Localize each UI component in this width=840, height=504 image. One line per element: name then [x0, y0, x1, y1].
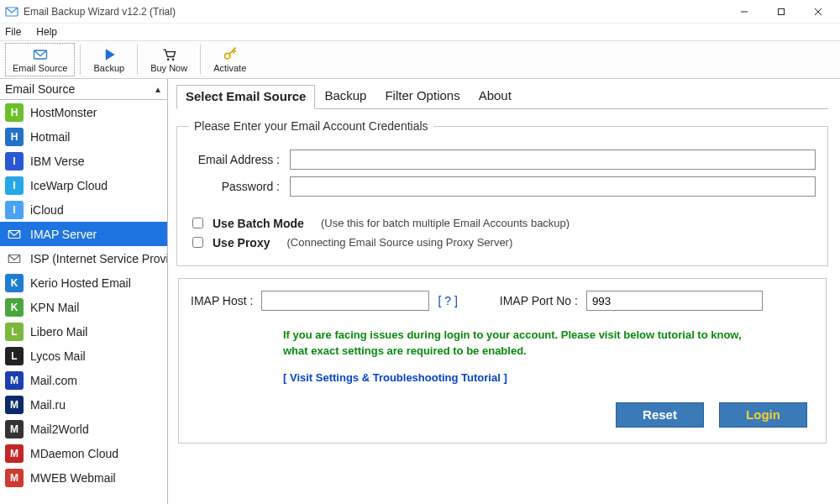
source-icon: M	[5, 469, 24, 487]
sidebar-item-label: Mail.com	[30, 374, 77, 387]
play-icon	[101, 46, 118, 63]
minimize-button[interactable]	[726, 0, 763, 24]
sidebar-item[interactable]: ISP (Internet Service Provider)	[0, 246, 167, 270]
sidebar-item[interactable]: IiCloud	[0, 197, 167, 222]
credentials-group: Please Enter your Email Account Credenti…	[176, 119, 828, 266]
source-icon: L	[5, 347, 24, 365]
menu-help[interactable]: Help	[36, 26, 57, 38]
source-icon: L	[5, 323, 24, 341]
app-icon	[5, 5, 18, 18]
source-icon: K	[5, 298, 24, 317]
main-panel: Select Email SourceBackupFilter OptionsA…	[168, 79, 840, 504]
sidebar-header: Email Source ▲	[0, 79, 167, 100]
sidebar-item-label: KPN Mail	[30, 301, 79, 314]
sidebar: Email Source ▲ HHostMonsterHHotmailIIBM …	[0, 79, 168, 504]
svg-rect-2	[779, 8, 785, 14]
toolbar-separator	[137, 45, 138, 75]
sidebar-item-label: HostMonster	[30, 106, 97, 119]
imap-port-label: IMAP Port No :	[500, 294, 578, 307]
sidebar-item[interactable]: MMail.com	[0, 368, 167, 392]
key-icon	[222, 46, 239, 63]
proxy-checkbox[interactable]	[192, 237, 203, 248]
source-icon: M	[5, 396, 24, 414]
batch-mode-hint: (Use this for batch multiple Email Accou…	[321, 217, 570, 229]
batch-mode-checkbox[interactable]	[192, 218, 203, 228]
maximize-button[interactable]	[763, 0, 800, 24]
imap-group: IMAP Host : [ ? ] IMAP Port No : If you …	[178, 278, 827, 444]
source-icon: M	[5, 420, 24, 438]
sidebar-item[interactable]: LLibero Mail	[0, 319, 167, 344]
sidebar-item[interactable]: IIceWarp Cloud	[0, 173, 167, 197]
svg-point-6	[167, 59, 170, 61]
toolbar-activate-label: Activate	[213, 63, 246, 73]
sidebar-item[interactable]: LLycos Mail	[0, 344, 167, 368]
menu-bar: File Help	[0, 24, 840, 40]
source-icon: I	[5, 176, 24, 195]
sidebar-item-label: MDaemon Cloud	[30, 447, 118, 460]
toolbar-email-source[interactable]: Email Source	[5, 43, 75, 76]
tutorial-link[interactable]: [ Visit Settings & Troubleshooting Tutor…	[283, 371, 507, 384]
cart-icon	[160, 46, 177, 63]
toolbar-buy-now-label: Buy Now	[150, 63, 187, 73]
toolbar-separator	[200, 45, 201, 75]
proxy-hint: (Connecting Email Source using Proxy Ser…	[286, 236, 512, 249]
source-icon: I	[5, 152, 24, 171]
close-button[interactable]	[800, 0, 837, 24]
batch-mode-label: Use Batch Mode	[213, 217, 304, 230]
sidebar-item-label: IMAP Server	[30, 228, 97, 241]
credentials-legend: Please Enter your Email Account Credenti…	[189, 119, 433, 133]
proxy-label: Use Proxy	[213, 236, 270, 249]
sidebar-item[interactable]: KKerio Hosted Email	[0, 270, 167, 295]
sidebar-item-label: Kerio Hosted Email	[30, 276, 131, 290]
svg-point-7	[172, 59, 175, 61]
tab[interactable]: About	[470, 84, 521, 108]
imap-host-label: IMAP Host :	[191, 294, 253, 307]
sidebar-item-label: Libero Mail	[30, 325, 87, 339]
source-icon: M	[5, 371, 24, 390]
window-title: Email Backup Wizard v12.2 (Trial)	[24, 6, 726, 18]
sidebar-item[interactable]: HHotmail	[0, 124, 167, 149]
tab[interactable]: Filter Options	[375, 84, 469, 108]
sidebar-item[interactable]: MMWEB Webmail	[0, 465, 167, 490]
password-field[interactable]	[290, 176, 816, 197]
imap-host-field[interactable]	[261, 291, 429, 311]
source-icon: M	[5, 444, 24, 463]
imap-port-field[interactable]	[586, 291, 763, 311]
toolbar-email-source-label: Email Source	[13, 63, 67, 73]
tab[interactable]: Backup	[315, 84, 375, 108]
password-label: Password :	[189, 180, 290, 193]
email-field[interactable]	[290, 150, 816, 170]
sidebar-item[interactable]: IIBM Verse	[0, 149, 167, 173]
source-icon: H	[5, 128, 24, 146]
sidebar-item[interactable]: MMail.ru	[0, 392, 167, 417]
sidebar-item[interactable]: IMAP Server	[0, 222, 167, 246]
sidebar-item-label: MWEB Webmail	[30, 471, 116, 485]
email-label: Email Address :	[189, 153, 290, 166]
sidebar-item-label: IceWarp Cloud	[30, 179, 108, 192]
toolbar-buy-now[interactable]: Buy Now	[143, 43, 195, 76]
menu-file[interactable]: File	[5, 26, 21, 38]
sidebar-item-label: Lycos Mail	[30, 349, 86, 363]
sidebar-item-label: IBM Verse	[30, 155, 85, 168]
title-bar: Email Backup Wizard v12.2 (Trial)	[0, 0, 840, 24]
email-source-icon	[32, 46, 49, 63]
toolbar-backup[interactable]: Backup	[86, 43, 132, 76]
help-message: If you are facing issues during login to…	[283, 328, 814, 360]
sidebar-item-label: Hotmail	[30, 130, 70, 144]
sidebar-title: Email Source	[5, 82, 75, 96]
source-list[interactable]: HHostMonsterHHotmailIIBM VerseIIceWarp C…	[0, 100, 167, 504]
sidebar-item[interactable]: MMDaemon Cloud	[0, 441, 167, 465]
toolbar-activate[interactable]: Activate	[206, 43, 254, 76]
sidebar-item-label: ISP (Internet Service Provider)	[30, 252, 167, 265]
reset-button[interactable]: Reset	[616, 402, 704, 428]
sidebar-item-label: Mail2World	[30, 423, 89, 436]
scroll-up-icon[interactable]: ▲	[154, 85, 162, 94]
login-button[interactable]: Login	[719, 402, 807, 428]
sidebar-item[interactable]: MMail2World	[0, 417, 167, 441]
tab-bar: Select Email SourceBackupFilter OptionsA…	[176, 84, 828, 109]
toolbar-separator	[80, 45, 81, 75]
tab[interactable]: Select Email Source	[176, 85, 315, 109]
sidebar-item[interactable]: HHostMonster	[0, 100, 167, 124]
sidebar-item[interactable]: KKPN Mail	[0, 295, 167, 319]
imap-help-link[interactable]: [ ? ]	[438, 294, 457, 307]
